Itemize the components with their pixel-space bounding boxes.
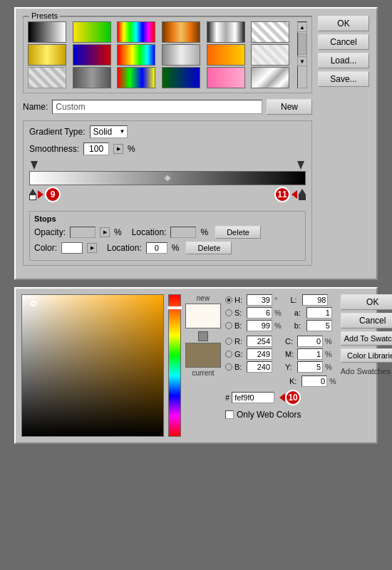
c-unit: % bbox=[325, 337, 332, 346]
smoothness-input[interactable]: 100 bbox=[83, 142, 109, 155]
opacity-stop-left[interactable] bbox=[31, 161, 38, 170]
preset-swatch-18[interactable] bbox=[251, 67, 289, 88]
save-button[interactable]: Save... bbox=[318, 71, 369, 87]
scrollbar-down-arrow[interactable]: ▼ bbox=[297, 56, 307, 66]
new-button[interactable]: New bbox=[267, 99, 312, 115]
new-color-preview[interactable] bbox=[185, 304, 221, 328]
preset-swatch-6[interactable] bbox=[251, 21, 289, 43]
h-input[interactable]: 39 bbox=[247, 294, 272, 306]
scrollbar-up-arrow[interactable]: ▲ bbox=[297, 22, 307, 32]
radio-h[interactable] bbox=[225, 296, 232, 304]
preset-swatch-3[interactable] bbox=[117, 21, 155, 43]
current-label: current bbox=[192, 369, 214, 377]
ok-button-color[interactable]: OK bbox=[341, 294, 392, 310]
color-stop-box-right[interactable] bbox=[299, 195, 306, 200]
s-input[interactable]: 6 bbox=[247, 307, 272, 318]
presets-grid bbox=[28, 21, 294, 88]
new-label: new bbox=[197, 294, 210, 302]
top-dialog-buttons: OK Cancel Load... Save... bbox=[318, 16, 369, 271]
cancel-button-top[interactable]: Cancel bbox=[318, 34, 369, 50]
opacity-location-input[interactable] bbox=[170, 227, 196, 238]
y-input[interactable]: 5 bbox=[297, 361, 323, 373]
b-hsb-input[interactable]: 99 bbox=[247, 320, 272, 331]
gradient-controls-box: Gradient Type: Solid Noise Smoothness: 1… bbox=[23, 120, 312, 266]
b-lab-input[interactable]: 5 bbox=[306, 320, 332, 331]
radio-g[interactable] bbox=[225, 351, 232, 358]
preset-swatch-17[interactable] bbox=[207, 67, 245, 88]
preset-swatch-10[interactable] bbox=[162, 44, 200, 66]
annotation-10: 10 bbox=[285, 390, 301, 405]
gradient-type-label: Gradient Type: bbox=[29, 127, 86, 137]
preset-swatch-5[interactable] bbox=[207, 21, 245, 43]
b-hsb-label: B: bbox=[234, 321, 244, 330]
location-unit-2: % bbox=[172, 243, 180, 253]
color-field-cursor bbox=[31, 301, 36, 306]
arrow-right-9 bbox=[38, 190, 43, 199]
gradient-type-select-wrapper[interactable]: Solid Noise bbox=[90, 125, 128, 138]
preset-swatch-14[interactable] bbox=[73, 67, 111, 88]
color-libraries-button[interactable]: Color Libraries bbox=[341, 348, 392, 363]
preset-swatch-2[interactable] bbox=[73, 21, 111, 43]
g-input[interactable]: 249 bbox=[247, 348, 272, 360]
gradient-midpoint[interactable] bbox=[163, 174, 171, 182]
preset-swatch-13[interactable] bbox=[28, 67, 66, 88]
preset-swatch-16[interactable] bbox=[162, 67, 200, 88]
cancel-button-color[interactable]: Cancel bbox=[341, 313, 392, 328]
y-label: Y: bbox=[285, 363, 295, 371]
opacity-value-input[interactable] bbox=[70, 227, 96, 238]
a-label: a: bbox=[294, 309, 304, 317]
b-lab-label: b: bbox=[294, 321, 304, 330]
color-stop-arrow-left[interactable] bbox=[29, 189, 36, 195]
h-label: H: bbox=[234, 296, 244, 304]
delete-opacity-btn[interactable]: Delete bbox=[215, 226, 261, 239]
radio-r[interactable] bbox=[225, 338, 232, 345]
scrollbar-thumb[interactable] bbox=[298, 33, 306, 55]
color-stops-label: Color: bbox=[34, 243, 57, 253]
preset-swatch-4[interactable] bbox=[162, 21, 200, 43]
m-input[interactable]: 1 bbox=[297, 348, 323, 360]
color-field[interactable] bbox=[21, 294, 164, 437]
delete-color-btn[interactable]: Delete bbox=[186, 242, 232, 254]
name-input[interactable]: Custom bbox=[52, 100, 262, 114]
only-web-colors-checkbox[interactable] bbox=[225, 410, 234, 419]
preset-swatch-8[interactable] bbox=[73, 44, 111, 66]
add-to-swatches-button[interactable]: Add To Swatches bbox=[341, 331, 392, 346]
opacity-stop-right[interactable] bbox=[297, 161, 304, 170]
preset-swatch-11[interactable] bbox=[207, 44, 245, 66]
location-label-2: Location: bbox=[107, 243, 142, 253]
presets-scrollbar[interactable]: ▲ ▼ bbox=[297, 21, 307, 88]
a-input[interactable]: 1 bbox=[306, 307, 332, 318]
gradient-editor-dialog: Presets bbox=[14, 7, 378, 280]
k-label: K: bbox=[289, 377, 299, 385]
preset-swatch-15[interactable] bbox=[117, 67, 155, 88]
b-rgb-input[interactable]: 240 bbox=[247, 361, 272, 373]
warning-swatch[interactable] bbox=[198, 331, 208, 341]
radio-s[interactable] bbox=[225, 309, 232, 316]
k-input[interactable]: 0 bbox=[301, 375, 327, 387]
color-arrow-btn[interactable]: ▶ bbox=[87, 243, 97, 253]
gradient-bar[interactable] bbox=[29, 171, 306, 185]
l-input[interactable]: 98 bbox=[302, 294, 328, 306]
c-input[interactable]: 0 bbox=[297, 336, 323, 347]
r-input[interactable]: 254 bbox=[247, 336, 272, 347]
hue-slider[interactable] bbox=[168, 294, 181, 437]
preset-swatch-9[interactable] bbox=[117, 44, 155, 66]
color-location-input[interactable]: 0 bbox=[146, 242, 167, 254]
load-button[interactable]: Load... bbox=[318, 53, 369, 68]
hex-input[interactable]: fef9f0 bbox=[232, 392, 274, 403]
preset-swatch-7[interactable] bbox=[28, 44, 66, 66]
color-swatch-stop[interactable] bbox=[61, 242, 83, 254]
preset-swatch-12[interactable] bbox=[251, 44, 289, 66]
preset-swatch-1[interactable] bbox=[28, 21, 66, 43]
ok-button-top[interactable]: OK bbox=[318, 16, 369, 31]
opacity-arrow-btn[interactable]: ▶ bbox=[100, 227, 110, 237]
radio-b-hsb[interactable] bbox=[225, 322, 232, 329]
annotation-11: 11 bbox=[274, 187, 290, 202]
s-unit: % bbox=[274, 309, 282, 317]
gradient-type-select[interactable]: Solid Noise bbox=[90, 125, 128, 138]
smoothness-up-btn[interactable]: ▶ bbox=[113, 144, 123, 154]
color-stop-box-left[interactable] bbox=[29, 195, 36, 200]
radio-b-rgb[interactable] bbox=[225, 363, 232, 370]
presets-label: Presets bbox=[29, 11, 60, 20]
color-stop-arrow-right[interactable] bbox=[299, 189, 306, 195]
